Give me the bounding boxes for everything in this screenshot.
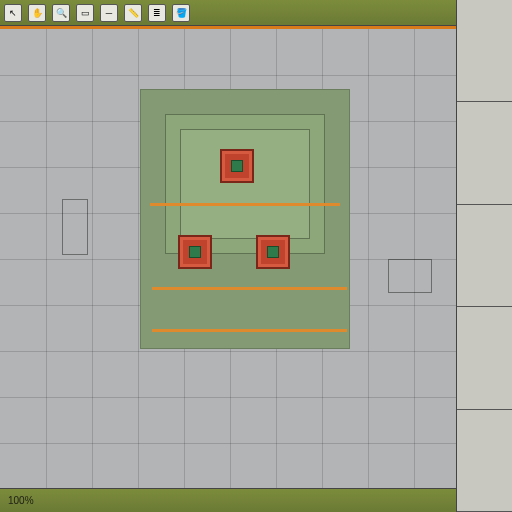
- thumbnail-strip: [456, 0, 512, 512]
- guide-line: [152, 287, 347, 290]
- pad-chip-icon: [231, 160, 243, 172]
- thumbnail[interactable]: [457, 205, 512, 307]
- outline-rect[interactable]: [388, 259, 432, 293]
- thumbnail[interactable]: [457, 102, 512, 204]
- hand-icon[interactable]: ✋: [28, 4, 46, 22]
- toolbar: ↖ ✋ 🔍 ▭ ─ 📏 ≣ 🪣: [0, 0, 512, 26]
- pad-block[interactable]: [220, 149, 254, 183]
- layers-icon[interactable]: ≣: [148, 4, 166, 22]
- measure-icon[interactable]: 📏: [124, 4, 142, 22]
- pad-block[interactable]: [178, 235, 212, 269]
- bucket-icon[interactable]: 🪣: [172, 4, 190, 22]
- pad-chip-icon: [267, 246, 279, 258]
- guide-line: [152, 329, 347, 332]
- line-icon[interactable]: ─: [100, 4, 118, 22]
- cursor-icon[interactable]: ↖: [4, 4, 22, 22]
- design-canvas[interactable]: [0, 29, 456, 488]
- outline-rect[interactable]: [62, 199, 88, 255]
- rect-icon[interactable]: ▭: [76, 4, 94, 22]
- status-bar: 100% mm: [0, 488, 512, 512]
- thumbnail[interactable]: [457, 0, 512, 102]
- zoom-icon[interactable]: 🔍: [52, 4, 70, 22]
- guide-line: [150, 203, 340, 206]
- thumbnail[interactable]: [457, 307, 512, 409]
- region-slab-core[interactable]: [180, 129, 310, 239]
- pad-chip-icon: [189, 246, 201, 258]
- zoom-readout: 100%: [8, 495, 34, 506]
- pad-block[interactable]: [256, 235, 290, 269]
- thumbnail[interactable]: [457, 410, 512, 512]
